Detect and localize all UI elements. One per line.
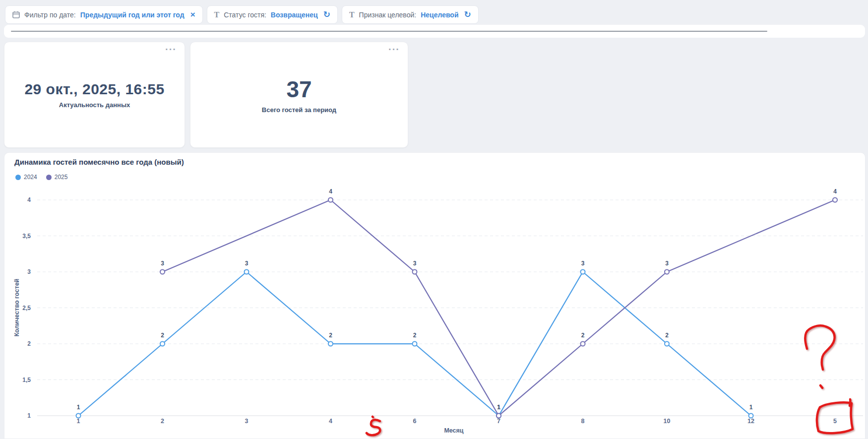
chart-panel: Динамика гостей помесячно все года (новы… [4,152,866,439]
chart-title: Динамика гостей помесячно все года (новы… [14,158,184,166]
kpi-label: Всего гостей за период [262,106,336,114]
refresh-icon[interactable]: ↻ [464,10,471,19]
close-icon[interactable]: × [190,10,195,19]
text-filter-icon: T [214,11,220,19]
text-filter-icon: T [349,11,355,19]
legend-dot [46,175,52,180]
kpi-label: Актуальность данных [59,101,130,109]
kpi-value: 37 [286,76,311,103]
legend-label: 2025 [55,174,68,181]
horizontal-scrollbar[interactable] [11,31,767,32]
legend-label: 2024 [24,174,37,181]
kpi-card-data-freshness: ··· 29 окт., 2025, 16:55 Актуальность да… [4,42,185,148]
card-menu-icon[interactable]: ··· [165,42,177,56]
filter-label: Статус гостя: [224,11,266,19]
chart-legend: 20242025 [15,174,67,181]
filters-scroll-track [4,25,865,38]
filter-chip-target-flag[interactable]: T Признак целевой: Нецелевой ↻ [342,5,479,24]
legend-dot [15,175,21,180]
calendar-icon [12,11,20,18]
filter-label: Фильтр по дате: [24,11,76,19]
filter-label: Признак целевой: [359,11,417,19]
filter-chip-guest-status[interactable]: T Статус гостя: Возвращенец ↻ [207,5,338,24]
filter-chip-date[interactable]: Фильтр по дате: Предыдущий год или этот … [5,5,203,24]
filter-value: Нецелевой [421,11,458,19]
refresh-icon[interactable]: ↻ [323,10,330,19]
card-menu-icon[interactable]: ··· [388,42,400,56]
kpi-card-total-guests: ··· 37 Всего гостей за период [190,42,408,148]
filter-value: Возвращенец [271,11,318,19]
filter-value: Предыдущий год или этот год [80,11,185,19]
legend-item-2025[interactable]: 2025 [46,174,68,181]
kpi-value: 29 окт., 2025, 16:55 [24,81,164,98]
legend-item-2024[interactable]: 2024 [15,174,37,181]
filter-bar: Фильтр по дате: Предыдущий год или этот … [5,5,479,24]
